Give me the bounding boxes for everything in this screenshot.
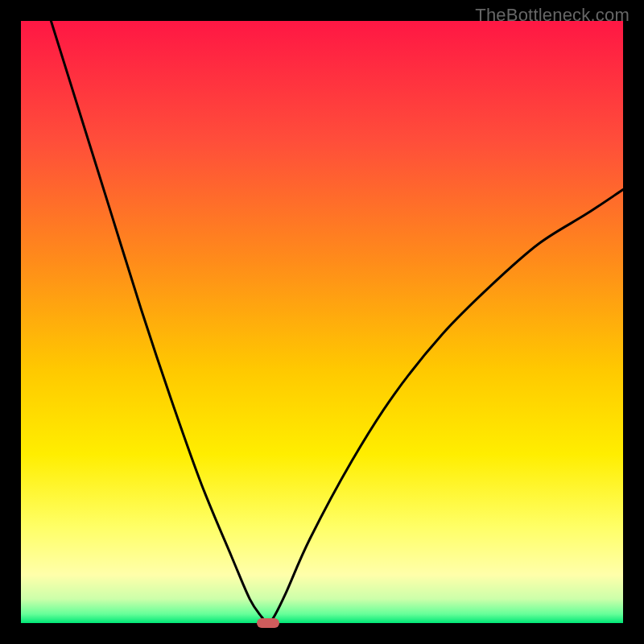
watermark-text: TheBottleneck.com (475, 5, 630, 26)
optimal-point-marker (257, 618, 279, 628)
chart-plot-area (21, 21, 623, 623)
chart-curve (21, 21, 623, 623)
